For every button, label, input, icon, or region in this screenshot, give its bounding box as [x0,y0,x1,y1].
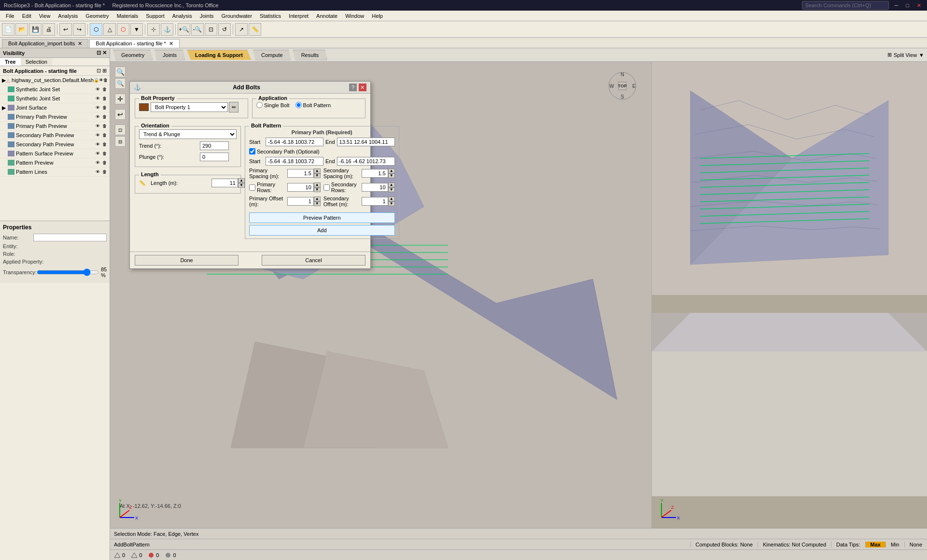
menu-support[interactable]: Support [142,12,169,20]
tb-cut[interactable]: ⬡ [117,23,129,36]
secondary-rows-checkbox[interactable] [323,184,330,191]
secondary-offset-input[interactable] [362,197,388,206]
eye-btn[interactable]: 👁 [94,86,101,93]
add-btn[interactable]: Add [249,225,395,236]
list-item[interactable]: Primary Path Preview 👁 🗑 [0,122,110,131]
secondary-path-checkbox[interactable] [249,148,255,154]
primary-spacing-up[interactable]: ▲ [314,168,321,173]
trend-input[interactable] [200,141,229,150]
tb-zoom[interactable]: +🔍 [178,23,190,36]
primary-spacing-input[interactable] [287,169,314,178]
primary-offset-down[interactable]: ▼ [314,201,321,206]
tb-bolt[interactable]: ⚓ [161,23,173,36]
eye-btn[interactable]: 👁 [94,132,101,139]
primary-end-input[interactable] [337,138,395,146]
sub-tab-loading[interactable]: Loading & Support [187,50,251,60]
sub-tab-results[interactable]: Results [293,50,327,60]
menu-interpret[interactable]: Interpret [285,12,312,20]
sub-tab-joints[interactable]: Joints [154,50,185,60]
del-btn[interactable]: 🗑 [101,150,108,157]
window-controls[interactable]: ─ □ ✕ [893,2,923,9]
tb-select[interactable]: ⬡ [90,23,102,36]
tb-zoom-out[interactable]: -🔍 [191,23,204,36]
primary-rows-up[interactable]: ▲ [314,182,321,187]
eye-btn[interactable]: 👁 [94,123,101,129]
list-item[interactable]: Pattern Preview 👁 🗑 [0,158,110,168]
menu-analysis[interactable]: Analysis [54,12,82,20]
tb-new[interactable]: 📄 [2,23,14,36]
dialog-help-btn[interactable]: ? [349,84,357,91]
del-btn[interactable]: 🗑 [101,159,108,166]
secondary-spacing-input[interactable] [362,169,388,178]
list-item[interactable]: ▶ Joint Surface 👁 🗑 [0,103,110,112]
secondary-offset-up[interactable]: ▲ [388,196,395,201]
tb-redo[interactable]: ↪ [73,23,85,36]
dialog-titlebar[interactable]: ⚓ Add Bolts ? ✕ [130,82,370,94]
secondary-rows-label[interactable]: Secondary Rows: [323,182,359,193]
tb-undo[interactable]: ↩ [59,23,72,36]
menu-groundwater[interactable]: Groundwater [218,12,256,20]
orientation-method-select[interactable]: Trend & Plunge [139,129,237,139]
dialog-close-btn[interactable]: ✕ [359,84,366,91]
primary-start-input[interactable] [266,138,323,146]
menu-statistics[interactable]: Statistics [256,12,285,20]
panel-controls[interactable]: ⊡ ✕ [97,50,107,56]
eye-btn[interactable]: 👁 [94,159,101,166]
eye-btn[interactable]: 👁 [94,168,101,175]
tb-print[interactable]: 🖨 [42,23,55,36]
menu-view[interactable]: View [35,12,55,20]
vis-tab-tree[interactable]: Tree [0,58,21,66]
list-item[interactable]: Secondary Path Preview 👁 🗑 [0,140,110,149]
del-btn[interactable]: 🗑 [101,104,108,111]
list-item[interactable]: Secondary Path Preview 👁 🗑 [0,131,110,140]
menu-annotate[interactable]: Annotate [312,12,341,20]
eye-btn[interactable]: 👁 [94,104,101,111]
menu-materials[interactable]: Materials [113,12,142,20]
del-btn[interactable]: 🗑 [101,86,108,93]
prop-name-input[interactable] [33,234,107,241]
primary-offset-up[interactable]: ▲ [314,196,321,201]
eye-btn[interactable]: 👁 [94,113,101,120]
split-view-btn[interactable]: ⊞ Split View ▼ [887,52,924,58]
length-down-btn[interactable]: ▼ [238,183,245,188]
vis-tab-selection[interactable]: Selection [21,58,52,66]
datatips-min[interactable]: Min [885,542,904,547]
del-btn[interactable]: 🗑 [101,132,108,139]
lock-btn[interactable]: 🔒 [94,77,99,84]
primary-spacing-down[interactable]: ▼ [314,173,321,178]
primary-rows-down[interactable]: ▼ [314,187,321,192]
del-btn[interactable]: 🗑 [101,141,108,148]
tb-fit[interactable]: ⊡ [205,23,217,36]
sub-tab-compute[interactable]: Compute [253,50,291,60]
single-bolt-input[interactable] [256,102,263,108]
del-btn[interactable]: 🗑 [103,77,108,84]
del-btn[interactable]: 🗑 [101,168,108,175]
eye-btn[interactable]: 👁 [94,150,101,157]
tb-open[interactable]: 📂 [15,23,28,36]
length-input[interactable] [211,179,238,187]
primary-rows-checkbox[interactable] [249,184,255,191]
bolt-property-select[interactable]: Bolt Property 1 [151,102,228,112]
search-input[interactable] [802,1,889,10]
right-viewport[interactable]: X Y Z [652,62,927,528]
list-item[interactable]: Synthetic Joint Set 👁 🗑 [0,94,110,103]
maximize-btn[interactable]: □ [904,2,911,9]
secondary-spacing-up[interactable]: ▲ [388,168,395,173]
eye-btn[interactable]: 👁 [99,77,103,84]
secondary-rows-down[interactable]: ▼ [388,187,395,192]
menu-geometry[interactable]: Geometry [82,12,112,20]
secondary-offset-down[interactable]: ▼ [388,201,395,206]
tb-move[interactable]: ⊹ [147,23,160,36]
secondary-start-input[interactable] [266,157,323,166]
tb-rotate[interactable]: ↺ [218,23,231,36]
secondary-rows-up[interactable]: ▲ [388,182,395,187]
tb-save[interactable]: 💾 [29,23,42,36]
minimize-btn[interactable]: ─ [893,2,900,9]
sub-tab-geometry[interactable]: Geometry [113,50,153,60]
bolt-pattern-radio[interactable]: Bolt Pattern [295,102,331,108]
eye-btn[interactable]: 👁 [94,95,101,102]
list-item[interactable]: ▶ △ highway_cut_section.Default.Mesh 🔒 👁… [0,76,110,85]
primary-rows-input[interactable] [287,183,314,192]
tab-starting[interactable]: Bolt Application - starting file * ✕ [89,39,180,48]
menu-help[interactable]: Help [368,12,387,20]
